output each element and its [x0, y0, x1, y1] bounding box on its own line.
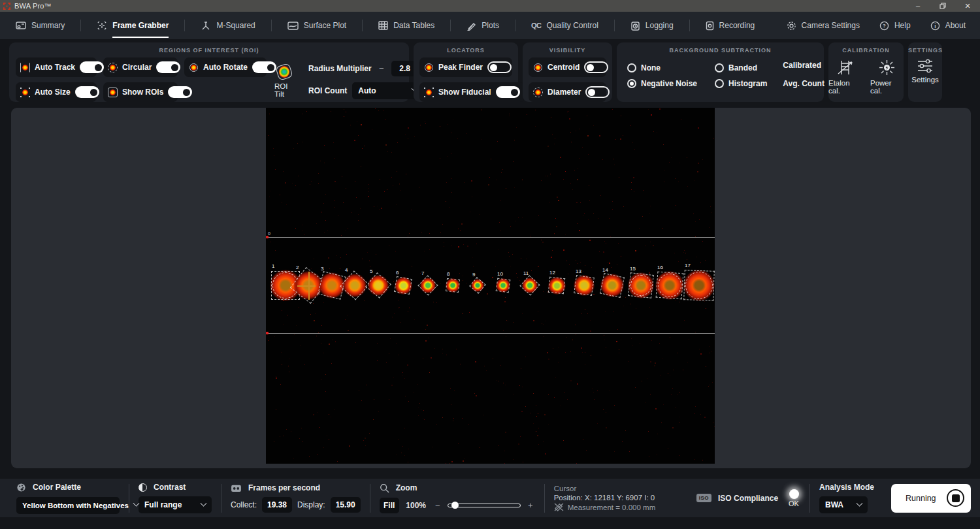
analysis-mode-select[interactable]: BWA	[819, 496, 868, 513]
spot-number: 14	[602, 267, 608, 273]
contrast-select[interactable]: Full range	[139, 496, 212, 513]
radio-histogram[interactable]: Histogram	[715, 79, 767, 88]
centroid-control[interactable]: Centroid	[529, 57, 606, 77]
spot-number: 7	[421, 270, 424, 276]
centroid-icon	[533, 63, 543, 72]
band-zero-label: 0	[268, 231, 270, 236]
radio-banded[interactable]: Banded	[715, 63, 767, 72]
camera-settings-label: Camera Settings	[802, 13, 860, 38]
show-rois-control[interactable]: Show ROIs	[103, 82, 178, 102]
locators-panel: Locators Peak Finder Show Fiducial	[414, 42, 518, 102]
radio-negative-noise[interactable]: Negative Noise	[627, 79, 711, 88]
surface-plot-icon	[287, 22, 299, 30]
roi-count-select[interactable]: Auto	[352, 82, 423, 99]
run-stop-button[interactable]: Running	[891, 484, 971, 513]
app-icon	[3, 3, 10, 10]
spot-number: 17	[685, 263, 691, 268]
power-cal-icon	[878, 59, 896, 76]
about-button[interactable]: i About	[923, 13, 973, 38]
zoom-slider[interactable]	[448, 504, 521, 507]
radius-multiplier-minus[interactable]: −	[377, 63, 386, 73]
diameter-toggle[interactable]	[585, 86, 610, 98]
tab-surface-plot[interactable]: Surface Plot	[272, 12, 362, 39]
zoom-slider-knob[interactable]	[451, 502, 459, 509]
run-state-label: Running	[906, 494, 939, 503]
tab-label: Surface Plot	[304, 13, 346, 38]
spot-number: 8	[447, 271, 449, 277]
tab-plots[interactable]: Plots	[451, 12, 515, 39]
peak-finder-control[interactable]: Peak Finder	[419, 57, 512, 77]
zoom-fill-button[interactable]: Fill	[380, 498, 399, 513]
help-button[interactable]: ? Help	[872, 13, 919, 38]
radio-none[interactable]: None	[627, 63, 711, 72]
tab-label: Recording	[719, 13, 755, 38]
analysis-mode-label: Analysis Mode	[819, 483, 874, 492]
peak-finder-icon	[424, 63, 434, 72]
color-palette-section: Color Palette Yellow Bottom with Negativ…	[0, 479, 129, 517]
spot-number: 1	[272, 263, 274, 269]
tab-recording[interactable]: Recording	[690, 12, 771, 39]
magnifier-icon	[380, 483, 389, 493]
zoom-label: Zoom	[396, 483, 417, 492]
close-icon[interactable]: ✕	[955, 0, 980, 12]
iso-status-indicator	[789, 489, 799, 499]
spot-number: 12	[549, 270, 555, 276]
show-rois-toggle[interactable]	[168, 86, 192, 98]
fps-label: Frames per second	[248, 483, 320, 492]
color-palette-label: Color Palette	[33, 483, 81, 492]
peak-finder-toggle[interactable]	[487, 61, 512, 73]
tab-label: Frame Grabber	[112, 13, 169, 38]
iso-compliance-label: ISO Compliance	[718, 494, 778, 503]
spot-number: 5	[370, 268, 372, 274]
centroid-toggle[interactable]	[584, 61, 608, 73]
spot-number: 11	[523, 270, 529, 276]
spot-number: 6	[396, 270, 399, 276]
auto-rotate-toggle[interactable]	[252, 61, 276, 73]
tab-data-tables[interactable]: Data Tables	[363, 12, 450, 39]
spot-number: 15	[630, 266, 636, 272]
background-subtraction-panel: Background Subtraction None Banded Negat…	[617, 42, 824, 102]
tab-m-squared[interactable]: M-Squared	[185, 12, 270, 39]
footer-bar: Color Palette Yellow Bottom with Negativ…	[0, 479, 980, 517]
zoom-plus[interactable]: +	[526, 500, 535, 510]
power-cal-button[interactable]: Power cal.	[870, 59, 904, 95]
etalon-cal-button[interactable]: Etalon cal.	[828, 59, 862, 95]
minimize-icon[interactable]: –	[906, 0, 930, 12]
roi-tilt-button[interactable]: ROI Tilt	[274, 63, 294, 98]
auto-size-control[interactable]: Auto Size	[16, 82, 97, 102]
recording-icon	[706, 21, 714, 31]
window-title: BWA Pro™	[14, 2, 52, 10]
circular-icon	[108, 63, 118, 72]
tab-logging[interactable]: Logging	[615, 12, 689, 39]
settings-button[interactable]: Settings	[911, 59, 939, 84]
auto-track-control[interactable]: Auto Track	[16, 57, 97, 77]
auto-size-icon	[20, 88, 30, 97]
auto-track-toggle[interactable]	[80, 61, 104, 73]
tab-frame-grabber[interactable]: Frame Grabber	[81, 12, 184, 39]
diameter-control[interactable]: Diameter	[529, 82, 606, 102]
color-palette-select[interactable]: Yellow Bottom with Negatives	[16, 497, 120, 514]
camera-settings-button[interactable]: Camera Settings	[779, 13, 868, 38]
show-fiducial-toggle[interactable]	[496, 86, 520, 98]
camera-icon	[231, 484, 242, 492]
auto-size-toggle[interactable]	[75, 86, 99, 98]
avg-count-label: Avg. Count	[783, 79, 825, 88]
camera-image[interactable]: 0 1234567891011121314151617	[266, 108, 715, 464]
auto-rotate-control[interactable]: Auto Rotate	[184, 57, 267, 77]
radio-histogram-circle	[715, 79, 724, 88]
palette-icon	[16, 483, 26, 492]
about-icon: i	[930, 21, 940, 31]
tab-summary[interactable]: Summary	[0, 12, 80, 39]
restore-icon[interactable]	[930, 0, 955, 12]
settings-button-label: Settings	[911, 76, 939, 84]
circular-toggle[interactable]	[156, 61, 180, 73]
visibility-panel-header: Visibility	[523, 42, 612, 54]
circular-control[interactable]: Circular	[103, 57, 178, 77]
settings-icon	[917, 59, 934, 73]
auto-rotate-icon	[189, 63, 199, 72]
zoom-minus[interactable]: −	[433, 500, 442, 510]
locators-panel-header: Locators	[414, 42, 518, 54]
visibility-panel: Visibility Centroid Diameter	[523, 42, 612, 102]
show-fiducial-control[interactable]: Show Fiducial	[419, 82, 525, 102]
tab-quality-control[interactable]: QC Quality Control	[515, 12, 614, 39]
